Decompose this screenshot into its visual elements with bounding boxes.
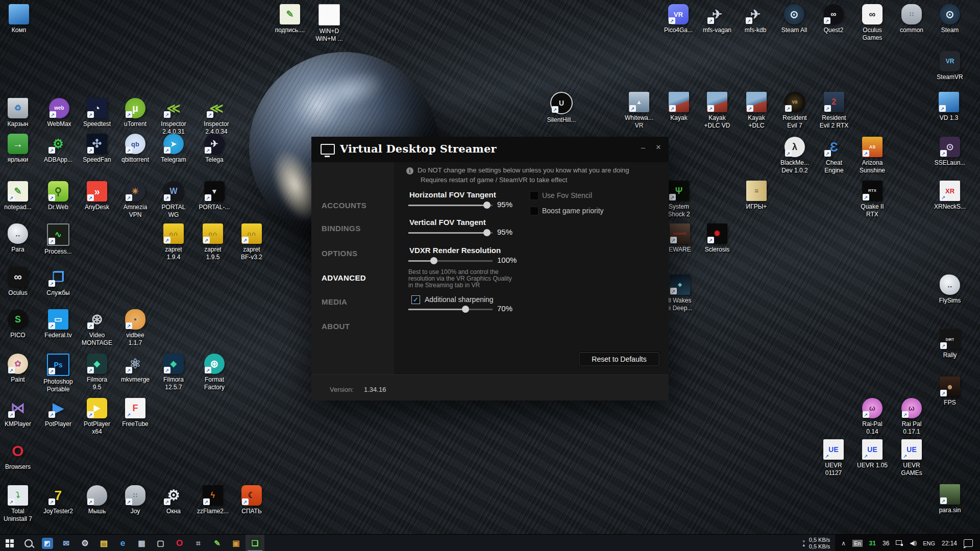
taskbar-app-3[interactable]: ⚙ (76, 535, 94, 551)
desktop-icon-uevr-1-05[interactable]: UE↗UEVR 1.05 (851, 439, 894, 469)
boost-game-priority-checkbox[interactable] (530, 207, 538, 215)
window-titlebar[interactable]: Virtual Desktop Streamer – ✕ (311, 137, 669, 162)
desktop-icon-rai-pal[interactable]: ω↗Rai Pal0.17.1 (890, 398, 933, 436)
taskbar-app-10[interactable]: ✎ (208, 535, 227, 551)
desktop-icon-para[interactable]: ‥Para (0, 223, 39, 254)
desktop-icon-sselaun-[interactable]: ⊙↗SSELaun... (928, 137, 971, 167)
desktop-icon-para-sin[interactable]: ↗para.sin (928, 484, 971, 514)
desktop-icon-format[interactable]: ⊛↗FormatFactory (193, 354, 236, 391)
desktop-icon-video[interactable]: ⊛↗VideoMONTAGE (76, 309, 118, 347)
desktop-icon-silenthill-[interactable]: U↗SilentHill... (540, 92, 583, 124)
desktop-icon-freetube[interactable]: F↗FreeTube (114, 398, 157, 428)
desktop-icon-окна[interactable]: ⚙↗Окна (152, 485, 195, 515)
desktop-icon-kayak[interactable]: ↗Kayak+DLC VD (696, 92, 739, 130)
desktop-icon-zapret[interactable]: ∩∩↗zapretBF-v3.2 (230, 223, 273, 261)
desktop-icon-службы[interactable]: ❐↗Службы (37, 267, 80, 297)
desktop-icon-common[interactable]: ∷common (890, 4, 933, 34)
sidebar-tab-options[interactable]: OPTIONS (322, 249, 357, 258)
desktop-icon-speedfan[interactable]: ✣↗SpeedFan (76, 134, 118, 164)
taskbar-app-virtual-desktop[interactable]: ❏ (246, 535, 264, 551)
slider-thumb[interactable] (462, 306, 469, 313)
desktop-icon-photoshop[interactable]: Ps↗PhotoshopPortable (37, 354, 80, 393)
taskbar-app-11[interactable]: ▣ (227, 535, 246, 551)
desktop-icon-potplayer[interactable]: ▶↗PotPlayer (37, 398, 80, 428)
sharpening-slider[interactable] (408, 306, 493, 313)
taskbar-app-5[interactable]: e (113, 535, 132, 551)
desktop-icon-filmora[interactable]: ◆↗Filmora12.5.7 (152, 354, 195, 391)
desktop-icon-arizona[interactable]: AS↗ArizonaSunshine (851, 137, 894, 174)
desktop-icon-inspector[interactable]: ≪↗Inspector2.4.0.34 (195, 98, 238, 136)
sidebar-tab-accounts[interactable]: ACCOUNTS (322, 201, 366, 210)
desktop-icon-speedtest[interactable]: ◔↗Speedtest (76, 98, 118, 128)
taskbar-app-opera[interactable]: O (170, 535, 189, 551)
desktop-icon-filmora[interactable]: ◆↗Filmora9.5 (76, 354, 118, 391)
desktop-icon-webmax[interactable]: web↗WebMax (38, 98, 81, 128)
desktop-icon-resident[interactable]: VII↗ResidentEvil 7 (773, 92, 816, 130)
monitor-stat-green[interactable]: 31 (869, 540, 876, 547)
desktop-icon-adbapp-[interactable]: ⚙↗ADBApp... (37, 134, 80, 164)
desktop-icon-uevr[interactable]: UE↗UEVRGAMEs (890, 439, 933, 477)
desktop-icon-telega[interactable]: ✈↗Telega (193, 134, 236, 164)
desktop-icon-игры+[interactable]: ≡ИГРЫ+ (735, 181, 778, 211)
desktop-icon-vd-1-3[interactable]: ↗VD 1.3 (927, 92, 970, 122)
desktop-icon-quake-ii[interactable]: RTX↗Quake IIRTX (851, 181, 894, 218)
sidebar-tab-about[interactable]: ABOUT (322, 322, 350, 331)
desktop-icon-zzflame2-[interactable]: ϟ↗zzFlame2... (191, 485, 234, 515)
desktop-icon-amnezia[interactable]: ✴↗AmneziaVPN (114, 181, 157, 219)
taskbar-app-1[interactable]: ◩ (38, 535, 57, 551)
desktop-icon-oculus[interactable]: ∞Oculus (0, 267, 39, 297)
desktop-icon-steam[interactable]: ⊙Steam (928, 4, 971, 34)
vertical-fov-slider[interactable] (408, 229, 493, 236)
desktop-icon-joy[interactable]: ∷↗Joy (114, 485, 157, 515)
taskbar-app-9[interactable]: ⌗ (189, 535, 208, 551)
desktop-icon-kayak[interactable]: ↗Kayak+DLC (735, 92, 778, 130)
show-hidden-icons-chevron[interactable]: ∧ (841, 540, 846, 547)
desktop-icon-мышь[interactable]: ↗Мышь (76, 485, 118, 515)
search-button[interactable] (19, 535, 38, 551)
desktop-icon-rai-pal[interactable]: ω↗Rai-Pal0.14 (851, 398, 894, 436)
desktop-icon-resident[interactable]: 2↗ResidentEvil 2 RTX (813, 92, 855, 130)
desktop-icon-potplayer[interactable]: ▶↗PotPlayerx64 (76, 398, 118, 436)
sidebar-tab-media[interactable]: MEDIA (322, 297, 347, 306)
slider-thumb[interactable] (430, 257, 437, 264)
clock[interactable]: 22:14 (942, 540, 957, 547)
desktop-icon-win+d[interactable]: WiN+DWiN+M ... (308, 4, 351, 43)
minimize-button[interactable]: – (636, 141, 650, 153)
desktop-icon-telegram[interactable]: ➤↗Telegram (152, 134, 195, 164)
desktop-icon-dr-web[interactable]: ⚲↗Dr.Web (37, 181, 80, 211)
desktop-icon-total[interactable]: ⤵↗TotalUninstall 7 (0, 485, 39, 523)
desktop-icon-flysims[interactable]: ‥FlySims (928, 274, 971, 305)
desktop-icon-browsers[interactable]: OBrowsers (0, 441, 39, 471)
use-fov-stencil-checkbox[interactable] (530, 191, 538, 200)
desktop-icon-rally[interactable]: DiRT↗Rally (928, 329, 971, 359)
desktop-icon-federal-tv[interactable]: ▭↗Federal.tv (37, 309, 80, 339)
desktop-icon-mfs-vagan[interactable]: ✈↗mfs-vagan (696, 4, 739, 34)
desktop-icon-kmplayer[interactable]: ⋈↗KMPlayer (0, 398, 39, 428)
network-icon[interactable] (896, 540, 903, 546)
desktop-icon-oculus[interactable]: ∞OculusGames (851, 4, 894, 42)
slider-thumb[interactable] (483, 202, 491, 209)
desktop-icon-utorrent[interactable]: µ↗uTorrent (114, 98, 157, 128)
desktop-icon-ярлыки[interactable]: →ярлыки (0, 134, 39, 164)
vdxr-resolution-slider[interactable] (408, 257, 493, 264)
sidebar-tab-bindings[interactable]: BINDINGS (322, 224, 361, 233)
volume-icon[interactable]: ◀)) (910, 540, 916, 546)
desktop-icon-pico4ga-[interactable]: VR↗Pico4Ga... (657, 4, 700, 34)
desktop-icon-pico[interactable]: SPICO (0, 309, 39, 339)
desktop-icon-process-[interactable]: ∿↗Process... (37, 223, 80, 256)
close-button[interactable]: ✕ (651, 141, 666, 153)
monitor-stat-white[interactable]: 36 (883, 540, 889, 547)
additional-sharpening-checkbox[interactable]: ✓ (411, 295, 420, 304)
desktop-icon-cheat[interactable]: Ɛ↗CheatEngine (813, 137, 855, 174)
desktop-icon-mkvmerge[interactable]: ⚛↗mkvmerge (114, 354, 157, 384)
desktop-icon-steam-all[interactable]: ⊙Steam All (773, 4, 816, 34)
desktop-icon-комп[interactable]: Комп (0, 4, 40, 34)
keyboard-language[interactable]: ENG (923, 540, 935, 546)
desktop-icon-paint[interactable]: ✿↗Paint (0, 354, 39, 384)
desktop-icon-спать[interactable]: ☾↗СПАТЬ (230, 485, 273, 515)
desktop-icon-zapret[interactable]: ∩∩↗zapret1.9.5 (191, 223, 234, 261)
desktop-icon-steamvr[interactable]: VRSteamVR (928, 51, 971, 81)
desktop-icon-whitewa-[interactable]: ▲↗Whitewa...VR (618, 92, 660, 130)
desktop-icon-qbittorrent[interactable]: qb↗qbittorrent (114, 134, 157, 164)
desktop-icon-vidbee[interactable]: ●↗vidbee1.1.7 (114, 309, 157, 347)
